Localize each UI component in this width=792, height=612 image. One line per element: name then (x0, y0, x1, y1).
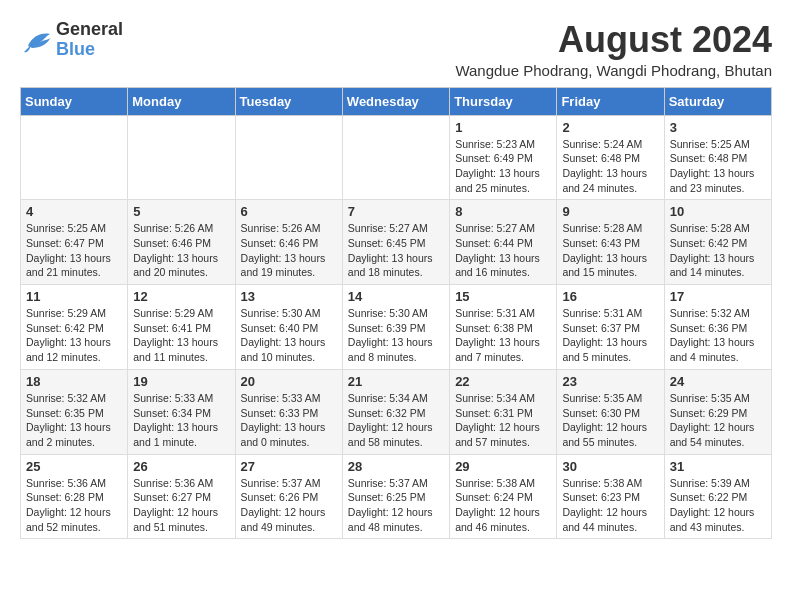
title-block: August 2024 Wangdue Phodrang, Wangdi Pho… (455, 20, 772, 79)
calendar-week-row: 18Sunrise: 5:32 AMSunset: 6:35 PMDayligh… (21, 369, 772, 454)
weekday-header-sunday: Sunday (21, 87, 128, 115)
calendar-day-cell: 19Sunrise: 5:33 AMSunset: 6:34 PMDayligh… (128, 369, 235, 454)
calendar-day-cell: 14Sunrise: 5:30 AMSunset: 6:39 PMDayligh… (342, 285, 449, 370)
day-number: 12 (133, 289, 229, 304)
day-number: 9 (562, 204, 658, 219)
day-number: 5 (133, 204, 229, 219)
calendar-week-row: 11Sunrise: 5:29 AMSunset: 6:42 PMDayligh… (21, 285, 772, 370)
calendar-day-cell: 12Sunrise: 5:29 AMSunset: 6:41 PMDayligh… (128, 285, 235, 370)
calendar-day-cell: 29Sunrise: 5:38 AMSunset: 6:24 PMDayligh… (450, 454, 557, 539)
day-info: Sunrise: 5:29 AMSunset: 6:41 PMDaylight:… (133, 306, 229, 365)
weekday-header-monday: Monday (128, 87, 235, 115)
day-info: Sunrise: 5:27 AMSunset: 6:45 PMDaylight:… (348, 221, 444, 280)
logo: GeneralBlue (20, 20, 123, 60)
day-number: 2 (562, 120, 658, 135)
calendar-day-cell: 23Sunrise: 5:35 AMSunset: 6:30 PMDayligh… (557, 369, 664, 454)
calendar-day-cell: 2Sunrise: 5:24 AMSunset: 6:48 PMDaylight… (557, 115, 664, 200)
day-info: Sunrise: 5:28 AMSunset: 6:42 PMDaylight:… (670, 221, 766, 280)
day-info: Sunrise: 5:31 AMSunset: 6:38 PMDaylight:… (455, 306, 551, 365)
day-number: 10 (670, 204, 766, 219)
day-info: Sunrise: 5:32 AMSunset: 6:36 PMDaylight:… (670, 306, 766, 365)
day-number: 6 (241, 204, 337, 219)
day-info: Sunrise: 5:27 AMSunset: 6:44 PMDaylight:… (455, 221, 551, 280)
weekday-header-friday: Friday (557, 87, 664, 115)
day-info: Sunrise: 5:37 AMSunset: 6:25 PMDaylight:… (348, 476, 444, 535)
month-year-title: August 2024 (455, 20, 772, 60)
day-info: Sunrise: 5:29 AMSunset: 6:42 PMDaylight:… (26, 306, 122, 365)
weekday-header-wednesday: Wednesday (342, 87, 449, 115)
day-number: 19 (133, 374, 229, 389)
day-info: Sunrise: 5:26 AMSunset: 6:46 PMDaylight:… (133, 221, 229, 280)
calendar-day-cell: 6Sunrise: 5:26 AMSunset: 6:46 PMDaylight… (235, 200, 342, 285)
day-info: Sunrise: 5:37 AMSunset: 6:26 PMDaylight:… (241, 476, 337, 535)
day-info: Sunrise: 5:34 AMSunset: 6:32 PMDaylight:… (348, 391, 444, 450)
calendar-day-cell: 22Sunrise: 5:34 AMSunset: 6:31 PMDayligh… (450, 369, 557, 454)
day-info: Sunrise: 5:31 AMSunset: 6:37 PMDaylight:… (562, 306, 658, 365)
day-info: Sunrise: 5:39 AMSunset: 6:22 PMDaylight:… (670, 476, 766, 535)
day-number: 11 (26, 289, 122, 304)
day-number: 22 (455, 374, 551, 389)
calendar-day-cell: 17Sunrise: 5:32 AMSunset: 6:36 PMDayligh… (664, 285, 771, 370)
day-info: Sunrise: 5:38 AMSunset: 6:24 PMDaylight:… (455, 476, 551, 535)
day-info: Sunrise: 5:30 AMSunset: 6:39 PMDaylight:… (348, 306, 444, 365)
day-info: Sunrise: 5:35 AMSunset: 6:29 PMDaylight:… (670, 391, 766, 450)
day-number: 15 (455, 289, 551, 304)
day-number: 14 (348, 289, 444, 304)
day-info: Sunrise: 5:23 AMSunset: 6:49 PMDaylight:… (455, 137, 551, 196)
calendar-day-cell: 30Sunrise: 5:38 AMSunset: 6:23 PMDayligh… (557, 454, 664, 539)
calendar-day-cell: 28Sunrise: 5:37 AMSunset: 6:25 PMDayligh… (342, 454, 449, 539)
calendar-day-cell: 26Sunrise: 5:36 AMSunset: 6:27 PMDayligh… (128, 454, 235, 539)
day-number: 29 (455, 459, 551, 474)
weekday-header-tuesday: Tuesday (235, 87, 342, 115)
day-info: Sunrise: 5:38 AMSunset: 6:23 PMDaylight:… (562, 476, 658, 535)
day-info: Sunrise: 5:25 AMSunset: 6:48 PMDaylight:… (670, 137, 766, 196)
day-number: 23 (562, 374, 658, 389)
day-info: Sunrise: 5:28 AMSunset: 6:43 PMDaylight:… (562, 221, 658, 280)
day-info: Sunrise: 5:30 AMSunset: 6:40 PMDaylight:… (241, 306, 337, 365)
day-info: Sunrise: 5:24 AMSunset: 6:48 PMDaylight:… (562, 137, 658, 196)
day-info: Sunrise: 5:36 AMSunset: 6:27 PMDaylight:… (133, 476, 229, 535)
day-number: 17 (670, 289, 766, 304)
day-number: 18 (26, 374, 122, 389)
day-number: 25 (26, 459, 122, 474)
page-header: GeneralBlue August 2024 Wangdue Phodrang… (20, 20, 772, 79)
calendar-day-cell (235, 115, 342, 200)
calendar-week-row: 25Sunrise: 5:36 AMSunset: 6:28 PMDayligh… (21, 454, 772, 539)
calendar-day-cell: 25Sunrise: 5:36 AMSunset: 6:28 PMDayligh… (21, 454, 128, 539)
calendar-day-cell: 9Sunrise: 5:28 AMSunset: 6:43 PMDaylight… (557, 200, 664, 285)
day-number: 7 (348, 204, 444, 219)
calendar-day-cell (21, 115, 128, 200)
calendar-day-cell: 8Sunrise: 5:27 AMSunset: 6:44 PMDaylight… (450, 200, 557, 285)
day-number: 1 (455, 120, 551, 135)
calendar-day-cell: 24Sunrise: 5:35 AMSunset: 6:29 PMDayligh… (664, 369, 771, 454)
calendar-week-row: 1Sunrise: 5:23 AMSunset: 6:49 PMDaylight… (21, 115, 772, 200)
calendar-day-cell: 1Sunrise: 5:23 AMSunset: 6:49 PMDaylight… (450, 115, 557, 200)
calendar-day-cell: 31Sunrise: 5:39 AMSunset: 6:22 PMDayligh… (664, 454, 771, 539)
day-number: 3 (670, 120, 766, 135)
location-subtitle: Wangdue Phodrang, Wangdi Phodrang, Bhuta… (455, 62, 772, 79)
calendar-day-cell (342, 115, 449, 200)
day-number: 27 (241, 459, 337, 474)
logo-icon (20, 26, 52, 54)
calendar-day-cell: 20Sunrise: 5:33 AMSunset: 6:33 PMDayligh… (235, 369, 342, 454)
calendar-day-cell: 16Sunrise: 5:31 AMSunset: 6:37 PMDayligh… (557, 285, 664, 370)
day-info: Sunrise: 5:25 AMSunset: 6:47 PMDaylight:… (26, 221, 122, 280)
calendar-day-cell: 21Sunrise: 5:34 AMSunset: 6:32 PMDayligh… (342, 369, 449, 454)
day-info: Sunrise: 5:26 AMSunset: 6:46 PMDaylight:… (241, 221, 337, 280)
day-number: 16 (562, 289, 658, 304)
calendar-day-cell: 15Sunrise: 5:31 AMSunset: 6:38 PMDayligh… (450, 285, 557, 370)
weekday-header-thursday: Thursday (450, 87, 557, 115)
weekday-header-row: SundayMondayTuesdayWednesdayThursdayFrid… (21, 87, 772, 115)
day-info: Sunrise: 5:35 AMSunset: 6:30 PMDaylight:… (562, 391, 658, 450)
day-number: 24 (670, 374, 766, 389)
day-number: 28 (348, 459, 444, 474)
day-number: 21 (348, 374, 444, 389)
day-number: 13 (241, 289, 337, 304)
calendar-day-cell: 27Sunrise: 5:37 AMSunset: 6:26 PMDayligh… (235, 454, 342, 539)
calendar-day-cell: 11Sunrise: 5:29 AMSunset: 6:42 PMDayligh… (21, 285, 128, 370)
calendar-week-row: 4Sunrise: 5:25 AMSunset: 6:47 PMDaylight… (21, 200, 772, 285)
day-number: 26 (133, 459, 229, 474)
calendar-day-cell: 5Sunrise: 5:26 AMSunset: 6:46 PMDaylight… (128, 200, 235, 285)
day-number: 4 (26, 204, 122, 219)
day-info: Sunrise: 5:33 AMSunset: 6:33 PMDaylight:… (241, 391, 337, 450)
